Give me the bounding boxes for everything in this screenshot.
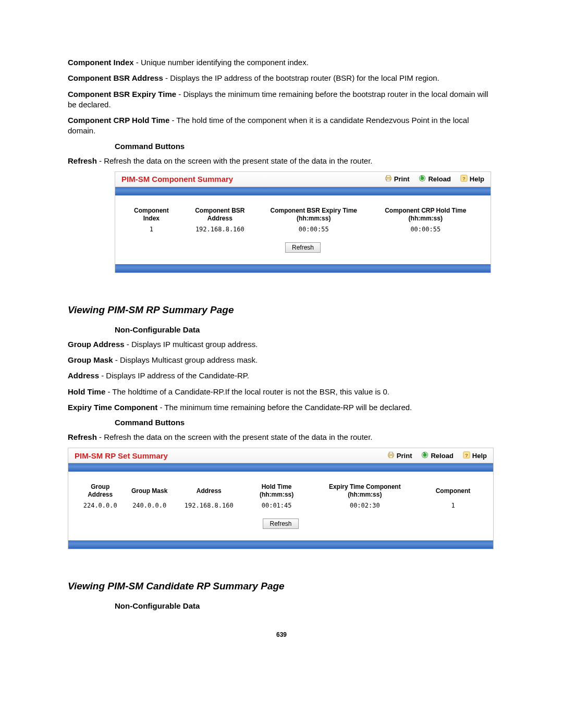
term: Hold Time bbox=[68, 387, 105, 396]
cell-group-address: 224.0.0.0 bbox=[76, 500, 125, 511]
print-icon bbox=[385, 175, 392, 183]
table-row: 224.0.0.0 240.0.0.0 192.168.8.160 00:01:… bbox=[76, 500, 486, 511]
col-component-bsr-address: Component BSR Address bbox=[180, 206, 260, 224]
refresh-button[interactable]: Refresh bbox=[285, 242, 321, 253]
refresh-button[interactable]: Refresh bbox=[263, 519, 298, 529]
component-summary-table: Component Index Component BSR Address Co… bbox=[123, 206, 483, 235]
cell-component: 1 bbox=[420, 500, 486, 511]
def-component-bsr-expiry: Component BSR Expiry Time - Displays the… bbox=[68, 89, 495, 110]
cell-component-crp-hold: 00:00:55 bbox=[368, 224, 483, 235]
svg-rect-8 bbox=[389, 456, 393, 458]
term: Refresh bbox=[68, 433, 97, 441]
heading-noncfg-3: Non-Configurable Data bbox=[115, 601, 495, 610]
text: - The minimum time remaining before the … bbox=[157, 403, 412, 412]
svg-rect-2 bbox=[386, 179, 390, 181]
reload-icon bbox=[421, 451, 429, 460]
reload-button[interactable]: Reload bbox=[419, 175, 450, 183]
def-expiry-time-component: Expiry Time Component - The minimum time… bbox=[68, 402, 495, 413]
col-expiry-time-component: Expiry Time Component (hh:mm:ss) bbox=[310, 482, 420, 500]
reload-label: Reload bbox=[431, 452, 453, 460]
cell-hold-time: 00:01:45 bbox=[244, 500, 310, 511]
page-number: 639 bbox=[68, 631, 495, 638]
help-button[interactable]: ? Help bbox=[460, 175, 484, 183]
svg-rect-7 bbox=[389, 452, 393, 454]
blue-bar-bottom bbox=[115, 264, 491, 273]
reload-button[interactable]: Reload bbox=[421, 451, 453, 460]
panel-pimsm-rp-set-summary: PIM-SM RP Set Summary Print Reload ? Hel… bbox=[68, 448, 494, 549]
text: - Refresh the data on the screen with th… bbox=[97, 433, 373, 441]
blue-bar-bottom bbox=[68, 540, 493, 549]
cell-group-mask: 240.0.0.0 bbox=[125, 500, 174, 511]
heading-command-buttons-2: Command Buttons bbox=[115, 418, 495, 427]
def-group-address: Group Address - Displays IP multicast gr… bbox=[68, 339, 495, 350]
svg-text:?: ? bbox=[462, 176, 466, 181]
text: - Unique number identifying the componen… bbox=[134, 58, 309, 67]
help-label: Help bbox=[472, 452, 487, 460]
panel-title: PIM-SM Component Summary bbox=[121, 175, 375, 183]
help-label: Help bbox=[470, 175, 484, 183]
col-component-crp-hold: Component CRP Hold Time (hh:mm:ss) bbox=[368, 206, 483, 224]
def-hold-time: Hold Time - The holdtime of a Candidate-… bbox=[68, 387, 495, 397]
def-group-mask: Group Mask - Displays Multicast group ad… bbox=[68, 355, 495, 365]
def-component-bsr-address: Component BSR Address - Displays the IP … bbox=[68, 73, 495, 83]
heading-command-buttons-1: Command Buttons bbox=[115, 142, 495, 151]
def-refresh-2: Refresh - Refresh the data on the screen… bbox=[68, 432, 495, 442]
term: Address bbox=[68, 371, 99, 380]
col-hold-time: Hold Time (hh:mm:ss) bbox=[244, 482, 310, 500]
print-button[interactable]: Print bbox=[385, 175, 410, 183]
text: - Displays the IP address of the bootstr… bbox=[163, 73, 439, 82]
def-refresh-1: Refresh - Refresh the data on the screen… bbox=[68, 156, 495, 166]
panel-title: PIM-SM RP Set Summary bbox=[75, 451, 378, 460]
help-icon: ? bbox=[460, 175, 468, 183]
panel-body: Group Address Group Mask Address Hold Ti… bbox=[68, 472, 493, 540]
term: Refresh bbox=[68, 156, 97, 165]
cell-component-bsr-expiry: 00:00:55 bbox=[260, 224, 368, 235]
panel-pimsm-component-summary: PIM-SM Component Summary Print Reload ? … bbox=[115, 171, 491, 273]
svg-text:?: ? bbox=[465, 452, 468, 458]
col-group-address: Group Address bbox=[76, 482, 125, 500]
term: Group Address bbox=[68, 340, 125, 349]
rp-set-summary-table: Group Address Group Mask Address Hold Ti… bbox=[76, 482, 486, 511]
cell-address: 192.168.8.160 bbox=[174, 500, 244, 511]
reload-icon bbox=[419, 175, 426, 183]
print-button[interactable]: Print bbox=[387, 451, 412, 460]
col-address: Address bbox=[174, 482, 244, 500]
cell-component-bsr-address: 192.168.8.160 bbox=[180, 224, 260, 235]
blue-bar-top bbox=[68, 463, 493, 472]
col-group-mask: Group Mask bbox=[125, 482, 174, 500]
reload-label: Reload bbox=[428, 175, 450, 183]
col-component: Component bbox=[420, 482, 486, 500]
term: Group Mask bbox=[68, 355, 113, 364]
panel-header: PIM-SM Component Summary Print Reload ? … bbox=[115, 172, 491, 187]
panel-body: Component Index Component BSR Address Co… bbox=[115, 195, 491, 264]
svg-rect-1 bbox=[386, 176, 390, 178]
text: - Displays IP address of the Candidate-R… bbox=[99, 371, 249, 380]
print-label: Print bbox=[394, 175, 410, 183]
text: - Displays IP multicast group address. bbox=[125, 340, 258, 349]
blue-bar-top bbox=[115, 187, 491, 195]
col-component-bsr-expiry: Component BSR Expiry Time (hh:mm:ss) bbox=[260, 206, 368, 224]
term: Expiry Time Component bbox=[68, 403, 157, 412]
section-title-candidate-rp: Viewing PIM-SM Candidate RP Summary Page bbox=[68, 581, 495, 592]
def-component-crp-hold: Component CRP Hold Time - The hold time … bbox=[68, 115, 495, 137]
col-component-index: Component Index bbox=[123, 206, 180, 224]
term: Component CRP Hold Time bbox=[68, 116, 169, 125]
table-row: 1 192.168.8.160 00:00:55 00:00:55 bbox=[123, 224, 483, 235]
cell-component-index: 1 bbox=[123, 224, 180, 235]
cell-expiry-time-component: 00:02:30 bbox=[310, 500, 420, 511]
print-label: Print bbox=[397, 452, 412, 460]
help-button[interactable]: ? Help bbox=[463, 451, 487, 460]
text: - Refresh the data on the screen with th… bbox=[97, 156, 373, 165]
print-icon bbox=[387, 451, 395, 460]
text: - The holdtime of a Candidate-RP.If the … bbox=[105, 387, 389, 396]
help-icon: ? bbox=[463, 451, 470, 460]
section-title-rp-summary: Viewing PIM-SM RP Summary Page bbox=[68, 304, 495, 316]
term: Component BSR Expiry Time bbox=[68, 90, 176, 98]
panel-header: PIM-SM RP Set Summary Print Reload ? Hel… bbox=[68, 448, 493, 463]
def-address: Address - Displays IP address of the Can… bbox=[68, 371, 495, 381]
def-component-index: Component Index - Unique number identify… bbox=[68, 57, 495, 68]
text: - Displays Multicast group address mask. bbox=[113, 355, 258, 364]
term: Component BSR Address bbox=[68, 73, 163, 82]
heading-noncfg-2: Non-Configurable Data bbox=[115, 325, 495, 334]
term: Component Index bbox=[68, 58, 134, 67]
